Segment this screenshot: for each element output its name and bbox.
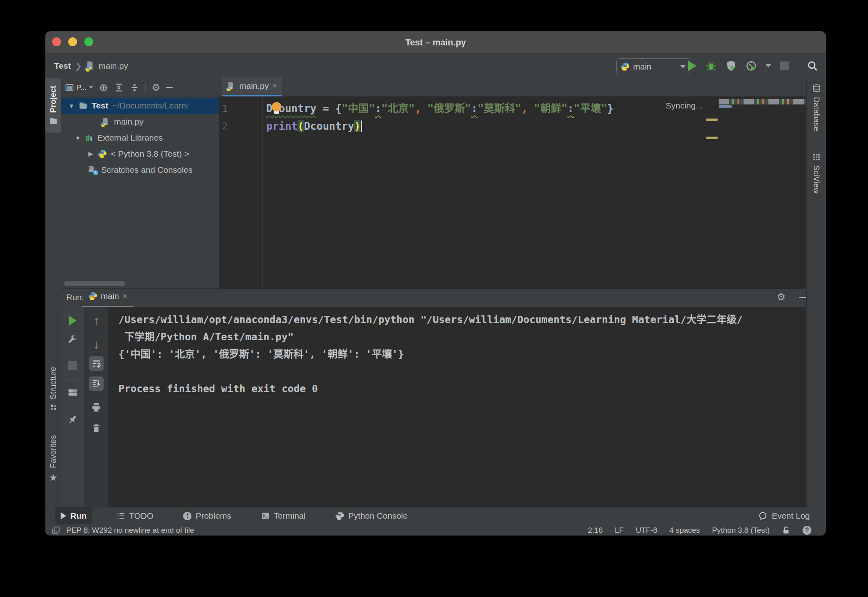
problems-icon: ! — [183, 512, 192, 520]
interpreter-selector[interactable]: Python 3.8 (Test) — [712, 526, 770, 535]
tool-window-tab-project[interactable]: Project — [45, 78, 61, 133]
run-with-coverage-button[interactable] — [725, 60, 737, 72]
sciview-icon — [813, 153, 821, 161]
breadcrumb-file[interactable]: main.py — [98, 61, 128, 71]
intention-bulb-icon[interactable] — [272, 102, 281, 114]
warning-stripe-mark[interactable] — [706, 137, 718, 139]
horizontal-scrollbar[interactable] — [64, 281, 125, 286]
code-token: ) — [354, 120, 361, 132]
close-tab-icon[interactable]: × — [273, 81, 277, 90]
inspections-widget-icon[interactable]: ? — [803, 526, 811, 535]
file-encoding[interactable]: UTF-8 — [636, 526, 658, 535]
console-toolbar: ↑ ↓ — [84, 307, 108, 507]
more-run-actions-chevron-icon[interactable] — [766, 64, 771, 67]
soft-wrap-toggle[interactable] — [84, 356, 108, 371]
tree-row-python-interpreter[interactable]: ▶ < Python 3.8 (Test) > — [61, 146, 245, 162]
edit-configuration-wrench-button[interactable] — [61, 334, 84, 345]
print-button[interactable] — [84, 402, 108, 413]
console-output[interactable]: /Users/william/opt/anaconda3/envs/Test/b… — [108, 307, 806, 507]
code-token: "莫斯科" — [477, 102, 521, 114]
caret-position[interactable]: 2:16 — [588, 526, 603, 535]
hide-panel-button[interactable] — [799, 297, 806, 298]
editor-tab-bar: main.py × — [219, 78, 806, 96]
tree-row-external-libraries[interactable]: ▼ External Libraries — [61, 130, 232, 146]
python-file-icon — [227, 81, 236, 91]
profiler-button[interactable] — [746, 60, 757, 72]
code-line-2: print(Dcountry) — [266, 117, 362, 135]
pin-tab-button[interactable] — [61, 414, 84, 425]
expand-all-button[interactable] — [114, 83, 124, 92]
collapse-all-button[interactable] — [130, 83, 139, 92]
toolbar-divider — [65, 380, 80, 380]
indent-setting[interactable]: 4 spaces — [669, 526, 700, 535]
down-stack-trace-button[interactable]: ↓ — [84, 339, 108, 350]
project-view-icon — [65, 83, 74, 92]
run-tab-main[interactable]: main × — [88, 291, 127, 301]
tool-window-switcher-icon[interactable] — [51, 525, 61, 535]
editor-body[interactable]: 1 2 Dcountry = {"中国":"北京", "俄罗斯":"莫斯科", … — [219, 96, 806, 288]
tool-window-tab-database[interactable]: Database — [809, 84, 824, 131]
hide-panel-button[interactable] — [166, 87, 173, 88]
run-settings-gear-button[interactable]: ⚙ — [777, 292, 786, 302]
folder-icon — [49, 117, 58, 125]
up-stack-trace-button[interactable]: ↑ — [84, 315, 108, 326]
window-title: Test – main.py — [45, 31, 826, 53]
event-log-button[interactable]: Event Log — [752, 507, 815, 524]
stop-process-button[interactable] — [61, 361, 84, 370]
close-tab-icon[interactable]: × — [123, 292, 128, 301]
breadcrumb-project[interactable]: Test — [54, 61, 71, 71]
tool-window-tab-todo[interactable]: TODO — [111, 507, 159, 524]
inspection-progress-bar — [719, 105, 732, 108]
text-caret — [361, 121, 362, 132]
left-tool-window-stripe: Project Structure Favorites ★ — [45, 78, 61, 507]
locate-file-button[interactable]: ⊕ — [99, 82, 108, 93]
code-token: Dcountry — [304, 120, 354, 132]
console-line: {'中国': '北京', '俄罗斯': '莫斯科', '朝鲜': '平壤'} — [118, 346, 816, 363]
tool-window-tab-python-console[interactable]: Python Console — [330, 507, 413, 524]
status-message[interactable]: PEP 8: W292 no newline at end of file — [66, 526, 194, 535]
tree-node-label: External Libraries — [97, 133, 163, 143]
tree-row-project-root[interactable]: ▼ Test ~/Documents/Learni — [61, 98, 226, 114]
chevron-down-icon: ▼ — [75, 135, 81, 141]
search-everywhere-button[interactable] — [807, 60, 818, 72]
debug-button[interactable] — [705, 60, 717, 72]
code-line-1: Dcountry = {"中国":"北京", "俄罗斯":"莫斯科", "朝鲜"… — [266, 100, 613, 117]
inspection-marks-band — [719, 99, 806, 104]
console-line: 下学期/Python A/Test/main.py" — [118, 328, 816, 346]
unlock-icon[interactable] — [782, 526, 791, 535]
rerun-button[interactable] — [61, 316, 84, 325]
tool-window-tab-structure[interactable]: Structure — [45, 367, 61, 411]
project-view-selector[interactable]: P... — [65, 83, 93, 92]
event-log-label: Event Log — [772, 511, 810, 521]
clear-console-trash-button[interactable] — [84, 423, 108, 433]
project-settings-gear-button[interactable]: ⚙ — [152, 83, 161, 92]
toolbar-divider — [65, 407, 80, 407]
code-token: "朝鲜" — [534, 102, 567, 114]
database-stripe-label: Database — [812, 97, 821, 131]
scroll-to-end-toggle[interactable] — [84, 376, 108, 391]
run-config-name: main — [633, 62, 652, 72]
tool-window-tab-run[interactable]: Run — [55, 507, 92, 524]
run-icon — [61, 512, 66, 519]
run-configuration-selector[interactable]: main — [616, 58, 690, 75]
code-token: : — [567, 102, 574, 114]
code-token: "俄罗斯" — [427, 102, 471, 114]
warning-stripe-mark[interactable] — [706, 119, 718, 121]
line-separator[interactable]: LF — [615, 526, 623, 535]
restore-layout-button[interactable] — [61, 387, 84, 398]
tool-window-tab-terminal[interactable]: Terminal — [255, 507, 311, 524]
tool-window-tab-favorites[interactable]: Favorites ★ — [45, 435, 61, 483]
event-log-bubble-icon — [758, 511, 768, 521]
python-file-icon — [86, 61, 95, 71]
bottom-tool-window-bar: Run TODO ! Problems Terminal Python Cons… — [45, 507, 826, 524]
tool-window-tab-sciview[interactable]: SciView — [809, 153, 824, 194]
run-panel-header: Run: main × ⚙ — [61, 289, 806, 307]
line-number: 2 — [222, 117, 228, 135]
tool-window-tab-problems[interactable]: ! Problems — [177, 507, 237, 524]
tab-label: Python Console — [348, 511, 408, 521]
run-button[interactable] — [688, 61, 697, 71]
stop-button[interactable] — [780, 61, 789, 70]
tree-row-scratches[interactable]: Scratches and Consoles — [61, 162, 245, 178]
breadcrumb-separator-icon: ❯ — [75, 61, 82, 71]
editor-tab-main-py[interactable]: main.py × — [222, 77, 282, 96]
